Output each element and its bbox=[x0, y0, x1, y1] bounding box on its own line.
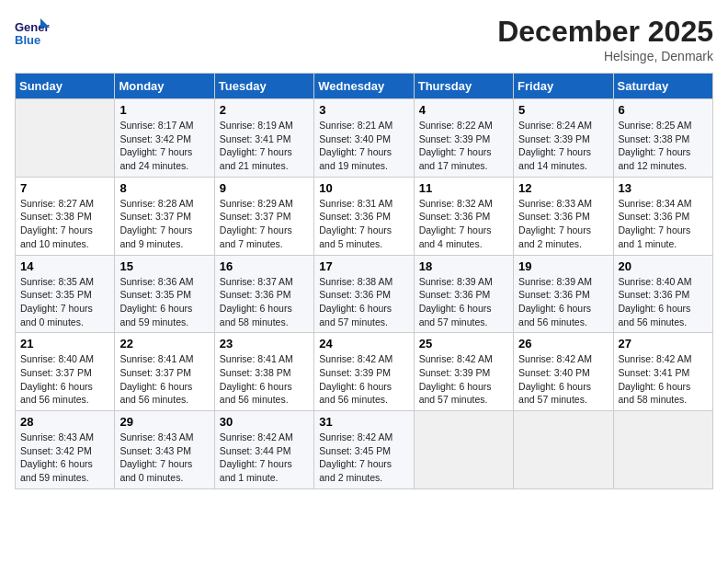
calendar-cell: 23Sunrise: 8:41 AMSunset: 3:38 PMDayligh… bbox=[214, 333, 313, 411]
calendar-cell: 1Sunrise: 8:17 AMSunset: 3:42 PMDaylight… bbox=[115, 99, 214, 178]
cell-details: Sunrise: 8:28 AMSunset: 3:37 PMDaylight:… bbox=[119, 197, 209, 251]
col-header-monday: Monday bbox=[115, 74, 214, 99]
calendar-cell: 28Sunrise: 8:43 AMSunset: 3:42 PMDayligh… bbox=[16, 411, 115, 489]
cell-details: Sunrise: 8:36 AMSunset: 3:35 PMDaylight:… bbox=[119, 275, 209, 329]
calendar-cell: 27Sunrise: 8:42 AMSunset: 3:41 PMDayligh… bbox=[613, 333, 712, 411]
cell-details: Sunrise: 8:24 AMSunset: 3:39 PMDaylight:… bbox=[518, 119, 608, 173]
col-header-sunday: Sunday bbox=[16, 74, 115, 99]
col-header-saturday: Saturday bbox=[613, 74, 712, 99]
calendar-cell: 24Sunrise: 8:42 AMSunset: 3:39 PMDayligh… bbox=[314, 333, 414, 411]
calendar-cell: 31Sunrise: 8:42 AMSunset: 3:45 PMDayligh… bbox=[314, 411, 414, 489]
month-title: December 2025 bbox=[497, 15, 713, 49]
cell-details: Sunrise: 8:42 AMSunset: 3:44 PMDaylight:… bbox=[220, 431, 309, 485]
location-subtitle: Helsinge, Denmark bbox=[497, 49, 713, 63]
calendar-cell: 8Sunrise: 8:28 AMSunset: 3:37 PMDaylight… bbox=[115, 177, 214, 255]
day-number: 4 bbox=[419, 103, 508, 117]
calendar-body: 1Sunrise: 8:17 AMSunset: 3:42 PMDaylight… bbox=[16, 99, 713, 489]
calendar-week-row: 1Sunrise: 8:17 AMSunset: 3:42 PMDaylight… bbox=[16, 99, 713, 178]
calendar-cell: 5Sunrise: 8:24 AMSunset: 3:39 PMDaylight… bbox=[514, 99, 613, 178]
col-header-friday: Friday bbox=[514, 74, 613, 99]
calendar-week-row: 7Sunrise: 8:27 AMSunset: 3:38 PMDaylight… bbox=[16, 177, 713, 255]
day-number: 23 bbox=[220, 337, 309, 350]
calendar-cell: 11Sunrise: 8:32 AMSunset: 3:36 PMDayligh… bbox=[414, 177, 513, 255]
col-header-wednesday: Wednesday bbox=[314, 74, 414, 99]
calendar-cell: 30Sunrise: 8:42 AMSunset: 3:44 PMDayligh… bbox=[214, 411, 313, 489]
calendar-cell: 22Sunrise: 8:41 AMSunset: 3:37 PMDayligh… bbox=[115, 333, 214, 411]
calendar-header-row: SundayMondayTuesdayWednesdayThursdayFrid… bbox=[16, 74, 713, 99]
cell-details: Sunrise: 8:42 AMSunset: 3:39 PMDaylight:… bbox=[319, 352, 408, 407]
cell-details: Sunrise: 8:41 AMSunset: 3:38 PMDaylight:… bbox=[220, 352, 309, 407]
day-number: 22 bbox=[119, 337, 209, 350]
cell-details: Sunrise: 8:38 AMSunset: 3:36 PMDaylight:… bbox=[319, 275, 408, 329]
cell-details: Sunrise: 8:39 AMSunset: 3:36 PMDaylight:… bbox=[518, 275, 608, 329]
calendar-cell: 3Sunrise: 8:21 AMSunset: 3:40 PMDaylight… bbox=[314, 99, 414, 178]
calendar-cell: 2Sunrise: 8:19 AMSunset: 3:41 PMDaylight… bbox=[214, 99, 313, 178]
cell-details: Sunrise: 8:43 AMSunset: 3:42 PMDaylight:… bbox=[20, 431, 109, 485]
calendar-cell: 13Sunrise: 8:34 AMSunset: 3:36 PMDayligh… bbox=[613, 177, 712, 255]
day-number: 26 bbox=[518, 337, 608, 350]
day-number: 3 bbox=[319, 103, 408, 117]
cell-details: Sunrise: 8:43 AMSunset: 3:43 PMDaylight:… bbox=[119, 431, 209, 485]
calendar-week-row: 21Sunrise: 8:40 AMSunset: 3:37 PMDayligh… bbox=[16, 333, 713, 411]
calendar-cell: 4Sunrise: 8:22 AMSunset: 3:39 PMDaylight… bbox=[414, 99, 513, 178]
cell-details: Sunrise: 8:39 AMSunset: 3:36 PMDaylight:… bbox=[419, 275, 508, 329]
cell-details: Sunrise: 8:17 AMSunset: 3:42 PMDaylight:… bbox=[119, 119, 209, 173]
day-number: 11 bbox=[419, 181, 508, 195]
logo: General Blue bbox=[15, 15, 53, 50]
cell-details: Sunrise: 8:41 AMSunset: 3:37 PMDaylight:… bbox=[119, 352, 209, 407]
calendar-cell: 10Sunrise: 8:31 AMSunset: 3:36 PMDayligh… bbox=[314, 177, 414, 255]
day-number: 1 bbox=[119, 103, 209, 117]
cell-details: Sunrise: 8:31 AMSunset: 3:36 PMDaylight:… bbox=[319, 197, 408, 251]
cell-details: Sunrise: 8:42 AMSunset: 3:39 PMDaylight:… bbox=[419, 352, 508, 407]
cell-details: Sunrise: 8:22 AMSunset: 3:39 PMDaylight:… bbox=[419, 119, 508, 173]
cell-details: Sunrise: 8:42 AMSunset: 3:40 PMDaylight:… bbox=[518, 352, 608, 407]
day-number: 28 bbox=[20, 415, 109, 429]
title-block: December 2025 Helsinge, Denmark bbox=[497, 15, 713, 63]
day-number: 27 bbox=[619, 337, 708, 350]
calendar-cell: 25Sunrise: 8:42 AMSunset: 3:39 PMDayligh… bbox=[414, 333, 513, 411]
calendar-cell: 14Sunrise: 8:35 AMSunset: 3:35 PMDayligh… bbox=[16, 255, 115, 333]
cell-details: Sunrise: 8:35 AMSunset: 3:35 PMDaylight:… bbox=[20, 275, 109, 329]
day-number: 17 bbox=[319, 259, 408, 273]
day-number: 21 bbox=[20, 337, 109, 350]
calendar-week-row: 14Sunrise: 8:35 AMSunset: 3:35 PMDayligh… bbox=[16, 255, 713, 333]
calendar-cell: 26Sunrise: 8:42 AMSunset: 3:40 PMDayligh… bbox=[514, 333, 613, 411]
day-number: 7 bbox=[20, 181, 109, 195]
day-number: 2 bbox=[220, 103, 309, 117]
page-header: General Blue December 2025 Helsinge, Den… bbox=[15, 15, 713, 63]
cell-details: Sunrise: 8:19 AMSunset: 3:41 PMDaylight:… bbox=[220, 119, 309, 173]
calendar-cell: 19Sunrise: 8:39 AMSunset: 3:36 PMDayligh… bbox=[514, 255, 613, 333]
cell-details: Sunrise: 8:42 AMSunset: 3:41 PMDaylight:… bbox=[619, 352, 708, 407]
calendar-cell bbox=[414, 411, 513, 489]
cell-details: Sunrise: 8:42 AMSunset: 3:45 PMDaylight:… bbox=[319, 431, 408, 485]
calendar-cell: 12Sunrise: 8:33 AMSunset: 3:36 PMDayligh… bbox=[514, 177, 613, 255]
calendar-cell bbox=[16, 99, 115, 178]
cell-details: Sunrise: 8:27 AMSunset: 3:38 PMDaylight:… bbox=[20, 197, 109, 251]
calendar-cell: 17Sunrise: 8:38 AMSunset: 3:36 PMDayligh… bbox=[314, 255, 414, 333]
calendar-cell: 6Sunrise: 8:25 AMSunset: 3:38 PMDaylight… bbox=[613, 99, 712, 178]
cell-details: Sunrise: 8:21 AMSunset: 3:40 PMDaylight:… bbox=[319, 119, 408, 173]
day-number: 19 bbox=[518, 259, 608, 273]
calendar-cell: 9Sunrise: 8:29 AMSunset: 3:37 PMDaylight… bbox=[214, 177, 313, 255]
calendar-cell: 20Sunrise: 8:40 AMSunset: 3:36 PMDayligh… bbox=[613, 255, 712, 333]
logo-icon: General Blue bbox=[15, 15, 50, 50]
day-number: 8 bbox=[119, 181, 209, 195]
day-number: 12 bbox=[518, 181, 608, 195]
day-number: 20 bbox=[619, 259, 708, 273]
day-number: 6 bbox=[619, 103, 708, 117]
day-number: 29 bbox=[119, 415, 209, 429]
calendar-week-row: 28Sunrise: 8:43 AMSunset: 3:42 PMDayligh… bbox=[16, 411, 713, 489]
day-number: 30 bbox=[220, 415, 309, 429]
cell-details: Sunrise: 8:29 AMSunset: 3:37 PMDaylight:… bbox=[220, 197, 309, 251]
cell-details: Sunrise: 8:25 AMSunset: 3:38 PMDaylight:… bbox=[619, 119, 708, 173]
day-number: 13 bbox=[619, 181, 708, 195]
day-number: 9 bbox=[220, 181, 309, 195]
day-number: 5 bbox=[518, 103, 608, 117]
calendar-cell: 15Sunrise: 8:36 AMSunset: 3:35 PMDayligh… bbox=[115, 255, 214, 333]
cell-details: Sunrise: 8:34 AMSunset: 3:36 PMDaylight:… bbox=[619, 197, 708, 251]
calendar-cell: 16Sunrise: 8:37 AMSunset: 3:36 PMDayligh… bbox=[214, 255, 313, 333]
day-number: 18 bbox=[419, 259, 508, 273]
day-number: 25 bbox=[419, 337, 508, 350]
cell-details: Sunrise: 8:40 AMSunset: 3:37 PMDaylight:… bbox=[20, 352, 109, 407]
col-header-tuesday: Tuesday bbox=[214, 74, 313, 99]
